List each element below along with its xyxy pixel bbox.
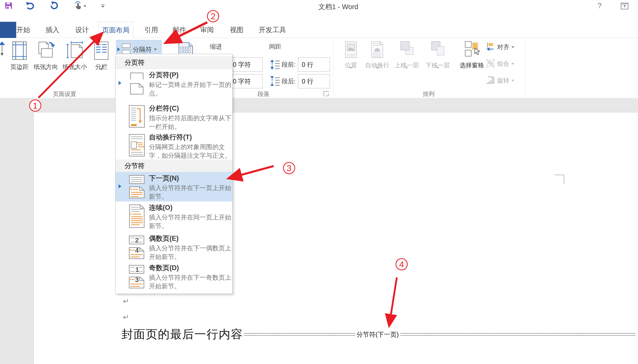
- menu-section-page-breaks: 分页符: [116, 56, 232, 69]
- customize-qat-icon: [101, 5, 105, 8]
- send-backward-button[interactable]: 下移一层: [424, 41, 452, 73]
- menu-item-next-page[interactable]: 下一页(N) 插入分节符并在下一页上开始新节。: [116, 172, 232, 201]
- menu-item-continuous[interactable]: 连续(O) 插入分节符并在同一页上开始新节。: [116, 201, 232, 232]
- tab-developer[interactable]: 开发工具: [255, 22, 290, 38]
- indent-header: 缩进: [210, 43, 222, 51]
- group-divider: [333, 40, 334, 96]
- columns-button[interactable]: 分栏: [88, 41, 115, 75]
- orientation-button[interactable]: 纸张方向: [32, 41, 60, 75]
- item-desc: 分隔网页上的对象周围的文字，如分隔题注文字与正文。: [149, 143, 232, 160]
- ribbon-tabs: 开始 插入 设计 页面布局 引用 邮件 审阅 视图 开发工具: [0, 22, 638, 38]
- spacing-header: 间距: [269, 43, 281, 51]
- tab-design[interactable]: 设计: [72, 22, 92, 38]
- space-after-field[interactable]: 0 行: [298, 74, 330, 88]
- item-title: 分栏符(C): [149, 104, 232, 113]
- window-title: 文档1 - Word: [302, 2, 375, 11]
- wrap-text-button[interactable]: 自动换行: [363, 41, 391, 73]
- paragraph-mark: ↵: [123, 297, 129, 306]
- selection-pane-button[interactable]: 选择窗格: [455, 41, 489, 69]
- ribbon-pin-icon: [620, 7, 629, 11]
- orientation-icon: [37, 57, 55, 61]
- title-bar: 文档1 - Word ?: [0, 0, 638, 12]
- save-button[interactable]: [4, 2, 14, 11]
- text-wrap-break-icon: [125, 131, 149, 159]
- bring-forward-button[interactable]: 上移一层: [393, 41, 421, 73]
- item-title: 自动换行符(T): [149, 133, 232, 142]
- help-button[interactable]: ?: [595, 2, 604, 11]
- svg-text:2: 2: [135, 236, 139, 244]
- item-desc: 插入分节符并在下一奇数页上开始新节。: [149, 273, 232, 290]
- text-boundary-mark: [555, 175, 564, 184]
- breaks-menu: 分页符 分页符(P) 标记一页终止并开始下一页的点。 分栏符(C) 指示分栏符后…: [115, 54, 233, 294]
- margins-button[interactable]: 页边距: [6, 41, 33, 75]
- tab-mailings[interactable]: 邮件: [169, 22, 190, 38]
- align-icon: [486, 42, 495, 52]
- item-marker: [118, 262, 125, 293]
- item-title: 下一页(N): [149, 174, 232, 183]
- undo-icon: [26, 2, 35, 11]
- selection-pane-icon: [464, 55, 480, 59]
- item-text: 奇数页(D) 插入分节符并在下一奇数页上开始新节。: [149, 262, 232, 293]
- menu-item-page-break[interactable]: 分页符(P) 标记一页终止并开始下一页的点。: [116, 69, 232, 102]
- section-break-dots: [400, 333, 635, 336]
- position-button[interactable]: 位置: [337, 41, 365, 73]
- tab-insert[interactable]: 插入: [42, 22, 63, 38]
- item-text: 偶数页(E) 插入分节符并在下一偶数页上开始新节。: [149, 232, 232, 262]
- tab-review[interactable]: 审阅: [197, 22, 217, 38]
- item-title: 偶数页(E): [149, 234, 232, 243]
- align-label: 对齐: [497, 43, 509, 51]
- item-title: 分页符(P): [149, 70, 232, 79]
- rotate-button[interactable]: 旋转: [486, 75, 524, 86]
- space-after-value: 0 行: [302, 77, 313, 86]
- tab-view[interactable]: 视图: [226, 22, 247, 38]
- group-icon: [486, 59, 495, 69]
- menu-item-column-break[interactable]: 分栏符(C) 指示分栏符后面的文字将从下一栏开始。: [116, 102, 232, 131]
- space-before-field[interactable]: 0 行: [298, 57, 330, 72]
- selection-pane-label: 选择窗格: [455, 62, 489, 69]
- align-button[interactable]: 对齐: [486, 42, 524, 53]
- menu-section-section-breaks: 分节符: [116, 159, 232, 172]
- rotate-label: 旋转: [497, 76, 509, 85]
- customize-qat-button[interactable]: [98, 2, 108, 11]
- ribbon-pin-button[interactable]: [620, 2, 629, 11]
- text-direction-icon: [0, 56, 5, 60]
- item-marker: [118, 102, 125, 131]
- chevron-down-icon: [100, 68, 103, 75]
- touch-mode-button[interactable]: [73, 2, 87, 11]
- indent-right-value: 0 字符: [233, 77, 251, 86]
- paper-size-button[interactable]: 纸张大小: [61, 41, 89, 75]
- paragraph-dialog-launcher[interactable]: [324, 91, 329, 97]
- section-break-label: 分节符(下一页): [355, 330, 400, 339]
- space-after-icon: [270, 76, 280, 88]
- item-marker: [118, 232, 125, 262]
- save-icon: [4, 1, 13, 11]
- undo-button[interactable]: [25, 2, 35, 11]
- group-label: 组合: [497, 60, 509, 68]
- menu-item-odd-page[interactable]: 13 奇数页(D) 插入分节符并在下一奇数页上开始新节。: [116, 262, 232, 293]
- menu-item-even-page[interactable]: 24 偶数页(E) 插入分节符并在下一偶数页上开始新节。: [116, 232, 232, 262]
- item-text: 分页符(P) 标记一页终止并开始下一页的点。: [149, 69, 232, 102]
- item-title: 连续(O): [149, 203, 232, 212]
- tab-references[interactable]: 引用: [141, 22, 162, 38]
- redo-button[interactable]: [49, 2, 59, 11]
- group-label-page-setup: 页面设置: [38, 90, 91, 98]
- paper-size-icon: [66, 57, 84, 61]
- breaks-icon: [121, 43, 131, 55]
- chevron-down-icon: [349, 67, 353, 73]
- next-page-icon: [125, 172, 149, 201]
- chevron-down-icon: [511, 46, 514, 48]
- columns-icon: [93, 57, 110, 61]
- group-label-arrange: 排列: [403, 90, 454, 98]
- menu-item-text-wrap-break[interactable]: 自动换行符(T) 分隔网页上的对象周围的文字，如分隔题注文字与正文。: [116, 131, 232, 159]
- item-text: 连续(O) 插入分节符并在同一页上开始新节。: [149, 201, 232, 232]
- group-button[interactable]: 组合: [486, 58, 524, 69]
- item-desc: 插入分节符并在同一页上开始新节。: [149, 213, 232, 230]
- bring-forward-icon: [399, 55, 415, 59]
- chevron-down-icon: [376, 67, 379, 73]
- tab-home[interactable]: 开始: [13, 22, 34, 38]
- paragraph-mark: ↵: [123, 313, 129, 321]
- column-break-icon: [125, 102, 149, 131]
- tab-page-layout[interactable]: 页面布局: [98, 22, 133, 38]
- space-before-icon: [270, 59, 280, 71]
- chevron-down-icon: [73, 68, 77, 75]
